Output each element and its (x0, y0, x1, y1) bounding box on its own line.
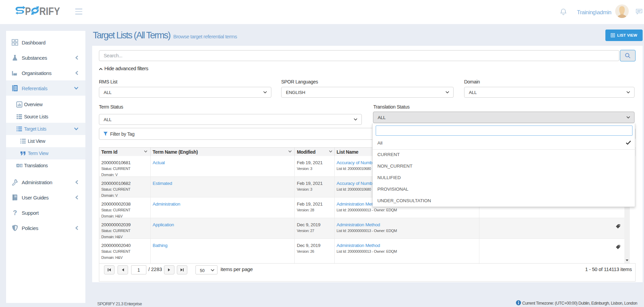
svg-text:A: A (17, 164, 19, 167)
svg-text:RIFY: RIFY (39, 6, 60, 17)
svg-text:☆: ☆ (20, 164, 23, 167)
svg-text:P: P (25, 6, 31, 17)
